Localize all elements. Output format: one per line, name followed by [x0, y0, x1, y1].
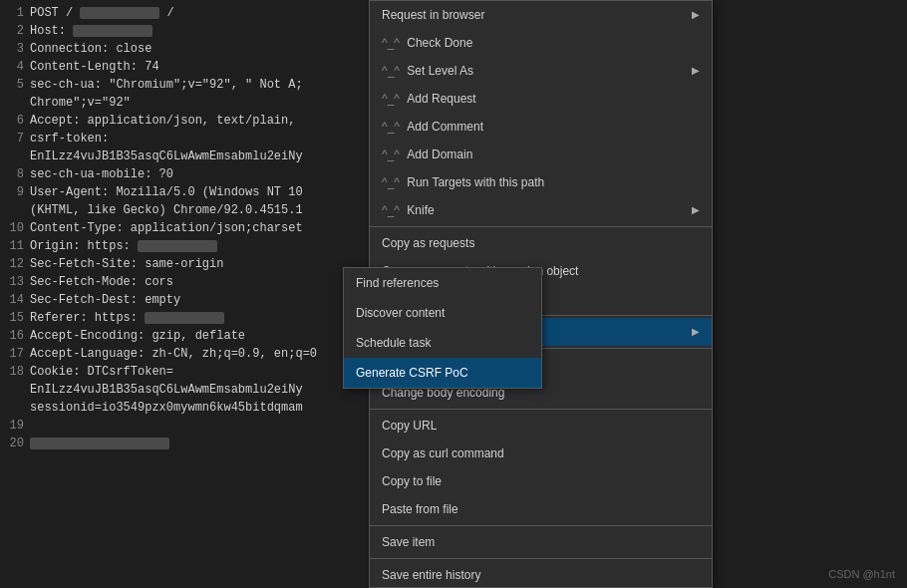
- code-line: 8 sec-ch-ua-mobile: ?0: [0, 165, 369, 183]
- menu-item-save-item[interactable]: Save item: [370, 528, 712, 556]
- engagement-tools-submenu: Find references Discover content Schedul…: [343, 267, 542, 389]
- menu-item-copy-curl[interactable]: Copy as curl command: [370, 440, 712, 467]
- menu-item-add-comment[interactable]: ^_^ Add Comment: [370, 113, 712, 141]
- code-line: 9 User-Agent: Mozilla/5.0 (Windows NT 10: [0, 183, 369, 201]
- code-line: 3 Connection: close: [0, 40, 369, 58]
- menu-item-run-targets[interactable]: ^_^ Run Targets with this path: [370, 168, 712, 196]
- code-line: 19: [0, 417, 369, 435]
- menu-item-copy-to-file[interactable]: Copy to file: [370, 467, 712, 495]
- code-line: 17 Accept-Language: zh-CN, zh;q=0.9, en;…: [0, 345, 369, 363]
- code-line: 18 Cookie: DTCsrfToken=: [0, 363, 369, 381]
- menu-item-request-in-browser[interactable]: Request in browser ▶: [370, 1, 712, 29]
- menu-item-knife[interactable]: ^_^ Knife ▶: [370, 196, 712, 224]
- code-line: 15 Referer: https:: [0, 309, 369, 327]
- code-line: 1 POST / /: [0, 4, 369, 22]
- arrow-icon: ▶: [692, 61, 700, 81]
- menu-item-copy-as-requests[interactable]: Copy as requests: [370, 229, 712, 257]
- code-line: 16 Accept-Encoding: gzip, deflate: [0, 327, 369, 345]
- menu-item-add-request[interactable]: ^_^ Add Request: [370, 85, 712, 113]
- menu-item-set-level-as[interactable]: ^_^ Set Level As ▶: [370, 57, 712, 85]
- arrow-icon: ▶: [692, 322, 700, 342]
- menu-item-paste-from-file[interactable]: Paste from file: [370, 495, 712, 523]
- menu-separator: [370, 558, 712, 559]
- code-line: 10 Content-Type: application/json;charse…: [0, 219, 369, 237]
- code-line: 4 Content-Length: 74: [0, 58, 369, 76]
- menu-item-check-done[interactable]: ^_^ Check Done: [370, 29, 712, 57]
- code-line: 14 Sec-Fetch-Dest: empty: [0, 291, 369, 309]
- code-line: sessionid=io3549pzx0mywmn6kw45bitdqmam: [0, 399, 369, 417]
- code-panel: 1 POST / / 2 Host: 3 Connection: close 4…: [0, 0, 369, 588]
- code-line: 11 Origin: https:: [0, 237, 369, 255]
- code-line: EnILzz4vuJB1B35asqC6LwAwmEmsabmlu2eiNy: [0, 381, 369, 399]
- menu-item-copy-url[interactable]: Copy URL: [370, 412, 712, 440]
- code-line: 12 Sec-Fetch-Site: same-origin: [0, 255, 369, 273]
- code-line: 6 Accept: application/json, text/plain,: [0, 112, 369, 130]
- menu-item-save-entire-history[interactable]: Save entire history: [370, 561, 712, 588]
- submenu-item-generate-csrf[interactable]: Generate CSRF PoC: [344, 358, 541, 388]
- code-line: (KHTML, like Gecko) Chrome/92.0.4515.1: [0, 201, 369, 219]
- menu-separator: [370, 525, 712, 526]
- code-line: 7 csrf-token:: [0, 130, 369, 147]
- code-line: Chrome";v="92": [0, 94, 369, 112]
- watermark: CSDN @h1nt: [828, 568, 895, 580]
- menu-item-add-domain[interactable]: ^_^ Add Domain: [370, 141, 712, 168]
- code-line: 20: [0, 435, 369, 452]
- submenu-item-schedule-task[interactable]: Schedule task: [344, 328, 541, 358]
- code-line: EnILzz4vuJB1B35asqC6LwAwmEmsabmlu2eiNy: [0, 147, 369, 165]
- submenu-item-find-references[interactable]: Find references: [344, 268, 541, 298]
- code-line: 13 Sec-Fetch-Mode: cors: [0, 273, 369, 291]
- arrow-icon: ▶: [692, 200, 700, 220]
- arrow-icon: ▶: [692, 5, 700, 25]
- submenu-item-discover-content[interactable]: Discover content: [344, 298, 541, 328]
- code-line: 5 sec-ch-ua: "Chromium";v="92", " Not A;: [0, 76, 369, 94]
- menu-separator: [370, 226, 712, 227]
- code-line: 2 Host:: [0, 22, 369, 40]
- menu-separator: [370, 409, 712, 410]
